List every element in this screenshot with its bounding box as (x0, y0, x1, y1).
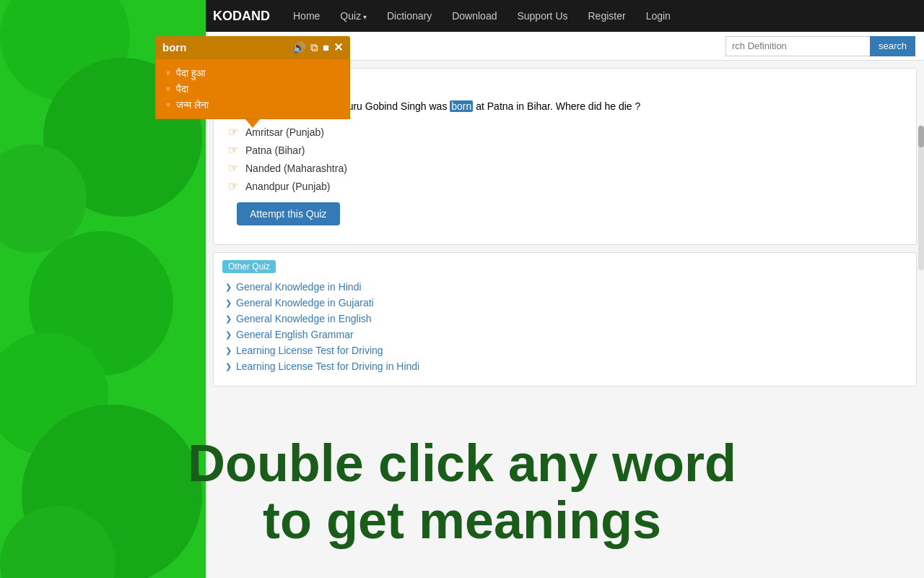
popup-close-icon[interactable]: ✕ (334, 40, 343, 54)
bottom-line2: to get meanings (0, 492, 924, 549)
scrollbar[interactable] (918, 126, 924, 270)
popup-copy-icon[interactable]: ⧉ (310, 41, 318, 54)
bottom-text: Double click any word to get meanings (0, 435, 924, 549)
navbar-brand: KODAND (213, 9, 270, 24)
popup-arrow (245, 119, 260, 128)
question-suffix: at Patna in Bihar. Where did he die ? (473, 100, 640, 112)
bottom-line1: Double click any word (0, 435, 924, 492)
search-button[interactable]: search (870, 36, 915, 56)
popup-body: पैदा हुआ पैदा जन्म लेना (155, 59, 350, 119)
quiz-link-5[interactable]: Learning License Test for Driving (214, 342, 916, 358)
popup-meaning-2: पैदा (166, 81, 339, 97)
search-input[interactable] (725, 36, 870, 56)
answer-option-2[interactable]: Patna (Bihar) (225, 141, 905, 159)
other-quiz-container: Other Quiz General Knowledge in Hindi Ge… (213, 252, 917, 387)
dictionary-popup: born 🔊 ⧉ ■ ✕ पैदा हुआ पैदा जन्म लेना (155, 36, 350, 128)
quiz-link-2[interactable]: General Knowledge in Gujarati (214, 295, 916, 311)
other-quiz-badge: Other Quiz (222, 260, 276, 273)
nav-dictionary[interactable]: Dictionary (378, 7, 440, 25)
navbar-links: Home Quiz Dictionary Download Support Us… (284, 7, 679, 25)
attempt-quiz-button[interactable]: Attempt this Quiz (237, 202, 340, 225)
popup-meaning-3: जन्म लेना (166, 97, 339, 113)
navbar: KODAND Home Quiz Dictionary Download Sup… (206, 0, 924, 32)
nav-login[interactable]: Login (637, 7, 679, 25)
nav-download[interactable]: Download (443, 7, 505, 25)
popup-stop-icon[interactable]: ■ (323, 41, 329, 53)
popup-header: born 🔊 ⧉ ■ ✕ (155, 36, 350, 59)
quiz-link-1[interactable]: General Knowledge in Hindi (214, 279, 916, 295)
nav-quiz[interactable]: Quiz (331, 7, 375, 25)
quiz-link-6[interactable]: Learning License Test for Driving in Hin… (214, 358, 916, 374)
nav-home[interactable]: Home (284, 7, 328, 25)
popup-word: born (162, 41, 186, 53)
popup-icons: 🔊 ⧉ ■ ✕ (292, 40, 343, 54)
highlighted-word[interactable]: born (450, 100, 473, 112)
quiz-link-4[interactable]: General English Grammar (214, 327, 916, 342)
nav-register[interactable]: Register (580, 7, 635, 25)
nav-support[interactable]: Support Us (508, 7, 576, 25)
quiz-link-3[interactable]: General Knowledge in English (214, 311, 916, 327)
popup-meaning-1: पैदा हुआ (166, 65, 339, 81)
answer-option-3[interactable]: Nanded (Maharashtra) (225, 159, 905, 177)
answer-option-4[interactable]: Anandpur (Punjab) (225, 177, 905, 195)
popup-speaker-icon[interactable]: 🔊 (292, 41, 306, 54)
scrollbar-thumb[interactable] (918, 126, 924, 147)
